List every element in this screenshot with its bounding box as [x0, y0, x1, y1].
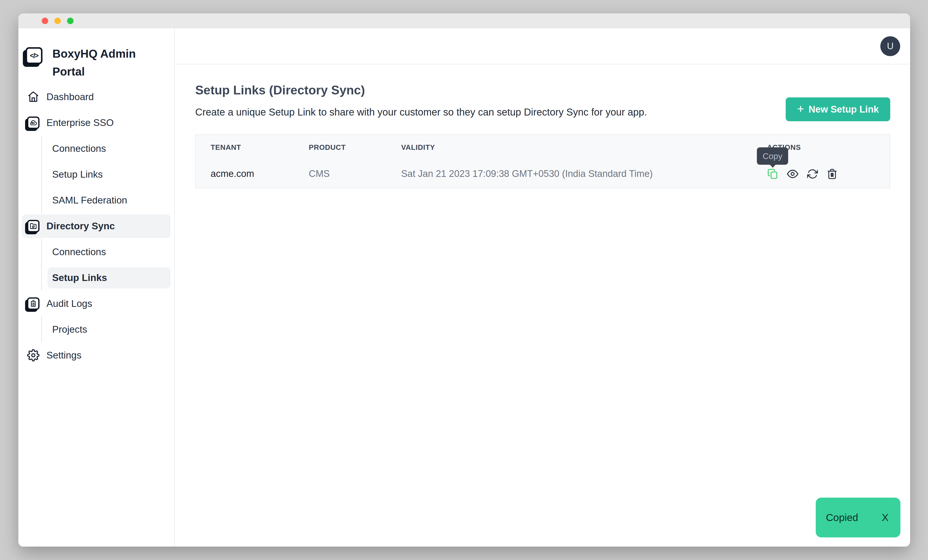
sidebar-item-sso-setup-links[interactable]: Setup Links — [41, 162, 171, 187]
sidebar-item-label: SAML Federation — [52, 195, 127, 206]
copy-link-button[interactable] — [767, 168, 778, 180]
sidebar-item-dsync-setup-links[interactable]: Setup Links — [41, 265, 171, 291]
sidebar-item-label: Setup Links — [52, 169, 103, 180]
gear-icon — [26, 349, 41, 362]
app-body: </> BoxyHQ Admin Portal Dashboard — [18, 28, 910, 546]
sidebar-item-audit-logs[interactable]: Audit Logs — [22, 291, 171, 316]
main-area: U Setup Links (Directory Sync) Create a … — [175, 28, 910, 546]
sidebar-item-dashboard[interactable]: Dashboard — [22, 84, 171, 110]
app-logo: </> BoxyHQ Admin Portal — [18, 45, 174, 81]
refresh-icon — [807, 168, 818, 180]
audit-logs-icon — [26, 298, 41, 310]
window-titlebar — [18, 14, 910, 28]
sidebar-item-label: Dashboard — [46, 92, 94, 102]
sidebar-item-directory-sync[interactable]: Directory Sync — [22, 213, 171, 239]
home-icon — [26, 91, 41, 103]
minimize-window-icon[interactable] — [54, 18, 61, 24]
sidebar-item-label: Audit Logs — [46, 298, 92, 309]
boxyhq-logo-icon: </> — [26, 47, 43, 64]
column-header-validity: VALIDITY — [386, 143, 752, 151]
sidebar-nav: Dashboard Enterprise SSO Connections — [18, 84, 174, 368]
page-content: Setup Links (Directory Sync) Create a un… — [175, 64, 910, 546]
directory-sync-icon — [26, 220, 41, 232]
zoom-window-icon[interactable] — [67, 18, 73, 24]
page-title: Setup Links (Directory Sync) — [195, 83, 890, 98]
sidebar-item-label: Settings — [46, 350, 81, 361]
app-window: </> BoxyHQ Admin Portal Dashboard — [18, 14, 910, 546]
sidebar-item-label: Connections — [52, 143, 106, 154]
copy-tooltip-label: Copy — [763, 151, 782, 161]
product-cell: CMS — [294, 168, 386, 179]
avatar-initial: U — [887, 41, 894, 52]
copied-toast: Copied X — [816, 497, 901, 537]
sidebar-item-label: Directory Sync — [46, 221, 115, 232]
regenerate-link-button[interactable] — [807, 168, 818, 180]
sidebar-item-saml-federation[interactable]: SAML Federation — [41, 187, 171, 213]
sidebar-item-label: Setup Links — [52, 272, 107, 283]
sidebar-item-sso-connections[interactable]: Connections — [41, 136, 171, 162]
column-header-tenant: TENANT — [196, 143, 294, 151]
copy-tooltip: Copy — [757, 147, 788, 165]
sidebar-item-projects[interactable]: Projects — [41, 316, 171, 342]
toast-message: Copied — [826, 512, 858, 523]
validity-cell: Sat Jan 21 2023 17:09:38 GMT+0530 (India… — [386, 168, 752, 179]
sidebar-item-dsync-connections[interactable]: Connections — [41, 239, 171, 265]
toast-close-button[interactable]: X — [882, 512, 888, 523]
sidebar: </> BoxyHQ Admin Portal Dashboard — [18, 28, 175, 546]
new-setup-link-label: New Setup Link — [809, 104, 879, 115]
sidebar-item-label: Projects — [52, 324, 87, 335]
top-bar: U — [175, 28, 910, 64]
new-setup-link-button[interactable]: + New Setup Link — [786, 98, 890, 121]
column-header-product: PRODUCT — [294, 143, 386, 151]
tooltip-arrow — [769, 164, 776, 168]
sidebar-item-enterprise-sso[interactable]: Enterprise SSO — [22, 110, 171, 136]
copy-icon — [767, 168, 778, 180]
plus-icon: + — [797, 103, 804, 115]
app-title: BoxyHQ Admin Portal — [52, 45, 144, 81]
eye-icon — [787, 168, 798, 180]
user-avatar[interactable]: U — [880, 36, 900, 56]
close-window-icon[interactable] — [42, 18, 48, 24]
actions-cell — [752, 168, 890, 180]
enterprise-sso-icon — [26, 116, 41, 129]
sidebar-item-settings[interactable]: Settings — [22, 342, 171, 368]
tenant-cell: acme.com — [196, 168, 294, 179]
delete-link-button[interactable] — [826, 168, 838, 180]
sidebar-item-label: Enterprise SSO — [46, 117, 114, 128]
code-glyph: </> — [30, 52, 38, 60]
sidebar-item-label: Connections — [52, 246, 106, 257]
trash-icon — [826, 168, 838, 180]
view-link-button[interactable] — [787, 168, 798, 180]
